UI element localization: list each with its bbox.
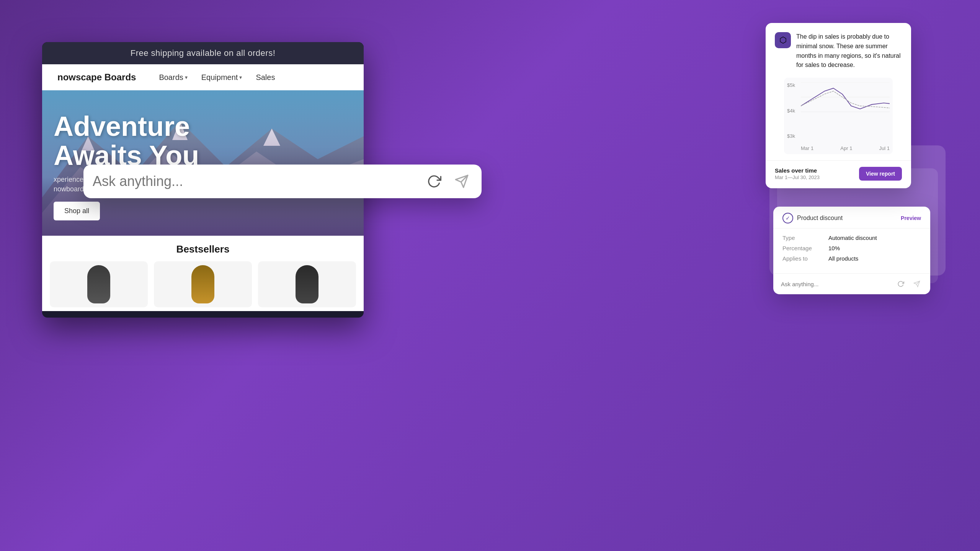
nav-item-sales[interactable]: Sales xyxy=(256,73,275,82)
x-label-jul: Jul 1 xyxy=(879,145,890,151)
discount-header-left: ✓ Product discount xyxy=(782,213,843,223)
applies-to-value: All products xyxy=(828,255,858,262)
sales-date-range: Mar 1—Jul 30, 2023 xyxy=(775,174,820,180)
store-logo: nowscape Boards xyxy=(57,72,136,83)
refresh-icon xyxy=(427,174,441,189)
y-label-5k: $5k xyxy=(787,82,795,88)
send-small-icon xyxy=(913,280,920,287)
discount-refresh-button[interactable] xyxy=(895,278,906,290)
ai-panel-footer: Sales over time Mar 1—Jul 30, 2023 View … xyxy=(766,160,911,188)
product-card-1[interactable] xyxy=(50,261,148,307)
product-board-1 xyxy=(87,265,110,303)
nav-item-equipment[interactable]: Equipment ▾ xyxy=(201,73,242,82)
percentage-value: 10% xyxy=(828,245,840,251)
product-card-2[interactable] xyxy=(154,261,252,307)
chevron-down-icon: ▾ xyxy=(239,74,242,80)
store-bestsellers: Bestsellers xyxy=(42,236,364,311)
ai-message-text: The dip in sales is probably due to mini… xyxy=(796,32,902,70)
chart-x-labels: Mar 1 Apr 1 Jul 1 xyxy=(801,145,890,151)
discount-panel: ✓ Product discount Preview Type Automati… xyxy=(773,207,930,294)
refresh-button[interactable] xyxy=(423,171,445,192)
ai-sales-panel: ⬡ The dip in sales is probably due to mi… xyxy=(766,23,911,188)
sales-meta: Sales over time Mar 1—Jul 30, 2023 View … xyxy=(775,167,902,181)
ai-avatar: ⬡ xyxy=(775,32,791,48)
product-card-3[interactable] xyxy=(258,261,356,307)
store-hero-title: Adventure Awaits You xyxy=(54,112,199,170)
product-board-2 xyxy=(191,265,214,303)
applies-to-label: Applies to xyxy=(782,255,828,262)
hero-title-line1: Adventure xyxy=(54,112,199,141)
preview-button[interactable]: Preview xyxy=(901,215,921,221)
type-label: Type xyxy=(782,235,828,241)
main-chat-input[interactable] xyxy=(93,173,417,189)
check-circle-icon: ✓ xyxy=(782,213,793,223)
bestsellers-title: Bestsellers xyxy=(42,243,364,255)
sales-chart-title: Sales over time xyxy=(775,167,820,174)
sales-chart-svg xyxy=(801,82,890,121)
y-label-4k: $4k xyxy=(787,108,795,114)
product-grid xyxy=(42,261,364,307)
refresh-small-icon xyxy=(897,280,904,287)
y-label-3k: $3k xyxy=(787,133,795,139)
nav-boards-label: Boards xyxy=(159,73,183,82)
ai-avatar-icon: ⬡ xyxy=(779,35,787,45)
discount-chat-input[interactable] xyxy=(781,281,890,287)
nav-item-boards[interactable]: Boards ▾ xyxy=(159,73,187,82)
shop-all-button[interactable]: Shop all xyxy=(54,202,100,220)
banner-text: Free shipping available on all orders! xyxy=(131,48,276,58)
x-label-apr: Apr 1 xyxy=(840,145,852,151)
sales-info: Sales over time Mar 1—Jul 30, 2023 xyxy=(775,167,820,180)
discount-name: Product discount xyxy=(797,215,843,222)
discount-header: ✓ Product discount Preview xyxy=(773,207,930,228)
store-nav-items: Boards ▾ Equipment ▾ Sales xyxy=(159,73,275,82)
sales-chart-container: $5k $4k $3k xyxy=(784,78,893,154)
discount-details: Type Automatic discount Percentage 10% A… xyxy=(773,228,930,273)
store-banner: Free shipping available on all orders! xyxy=(42,42,364,64)
product-board-3 xyxy=(296,265,318,303)
store-nav: nowscape Boards Boards ▾ Equipment ▾ Sal… xyxy=(42,64,364,90)
detail-row-type: Type Automatic discount xyxy=(782,235,921,241)
detail-row-applies-to: Applies to All products xyxy=(782,255,921,262)
x-label-mar: Mar 1 xyxy=(801,145,813,151)
chat-overlay-bar xyxy=(83,165,482,198)
detail-row-percentage: Percentage 10% xyxy=(782,245,921,251)
ai-panel-content: ⬡ The dip in sales is probably due to mi… xyxy=(766,23,911,154)
discount-chat-bar xyxy=(773,273,930,294)
nav-equipment-label: Equipment xyxy=(201,73,238,82)
send-button[interactable] xyxy=(451,171,472,192)
type-value: Automatic discount xyxy=(828,235,877,241)
ai-message-header: ⬡ The dip in sales is probably due to mi… xyxy=(775,32,902,70)
chevron-down-icon: ▾ xyxy=(185,74,188,80)
percentage-label: Percentage xyxy=(782,245,828,251)
send-icon xyxy=(454,174,469,189)
store-hero: Adventure Awaits You xperience unma... n… xyxy=(42,90,364,236)
chart-y-labels: $5k $4k $3k xyxy=(787,82,795,139)
nav-sales-label: Sales xyxy=(256,73,275,82)
discount-send-button[interactable] xyxy=(911,278,923,290)
view-report-button[interactable]: View report xyxy=(859,167,902,181)
